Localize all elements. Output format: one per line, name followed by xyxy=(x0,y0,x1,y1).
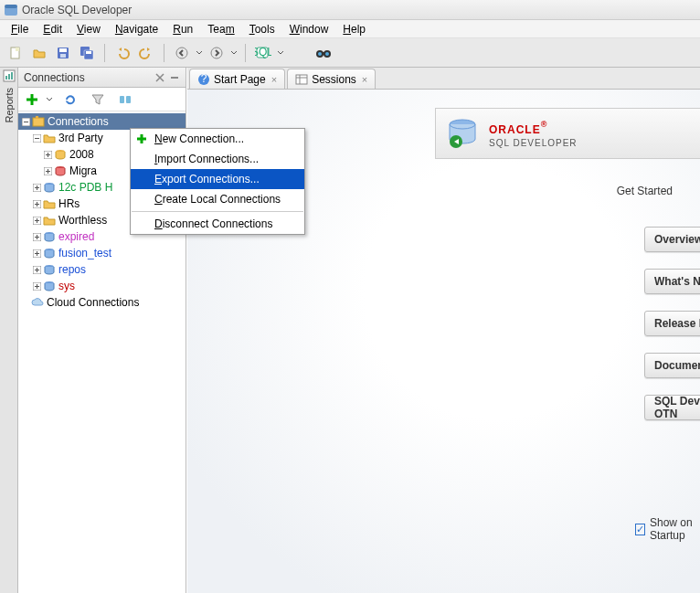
toolbar-separator xyxy=(164,44,164,62)
menu-window[interactable]: Window xyxy=(282,21,336,37)
svg-rect-3 xyxy=(16,48,19,51)
menu-file[interactable]: File xyxy=(4,21,36,37)
overview-video-button[interactable]: Overview Video xyxy=(644,227,700,252)
database-icon xyxy=(54,148,67,161)
expand-icon[interactable] xyxy=(31,264,42,275)
folder-icon xyxy=(43,214,56,227)
new-file-icon[interactable] xyxy=(5,43,26,63)
menu-team[interactable]: Team xyxy=(200,21,241,37)
svg-rect-28 xyxy=(36,116,38,119)
window-title: Oracle SQL Developer xyxy=(22,4,132,16)
svg-text:SQL: SQL xyxy=(255,46,271,58)
tab-sessions[interactable]: Sessions × xyxy=(287,69,376,89)
menu-run[interactable]: Run xyxy=(165,21,200,37)
tree-label: Cloud Connections xyxy=(47,296,139,309)
expand-icon[interactable] xyxy=(42,149,53,160)
menubar: File Edit View Navigate Run Team Tools W… xyxy=(0,20,700,38)
forward-dropdown-icon[interactable] xyxy=(230,43,238,63)
tns-icon[interactable] xyxy=(115,90,135,110)
close-icon[interactable]: × xyxy=(271,74,277,85)
whats-new-button[interactable]: What's New xyxy=(644,269,700,294)
database-icon xyxy=(43,263,56,276)
refresh-icon[interactable] xyxy=(60,90,80,110)
save-icon[interactable] xyxy=(53,43,73,63)
tree-label: 12c PDB H xyxy=(58,181,112,194)
expand-icon[interactable] xyxy=(31,198,42,209)
svg-rect-22 xyxy=(11,72,13,79)
back-icon[interactable] xyxy=(172,43,192,63)
tree-node-repos[interactable]: repos xyxy=(18,261,186,278)
show-startup-checkbox[interactable]: ✓ xyxy=(635,524,645,535)
reports-strip[interactable]: Reports xyxy=(0,68,18,593)
close-icon[interactable] xyxy=(154,72,165,83)
reports-icon xyxy=(3,69,16,82)
main-toolbar: SQL xyxy=(0,38,700,68)
tree-label: repos xyxy=(58,263,86,276)
sql-dropdown-icon[interactable] xyxy=(277,43,284,63)
ctx-create-local-connections[interactable]: Create Local Connections xyxy=(131,189,304,209)
svg-rect-48 xyxy=(296,75,307,84)
tree-node-sys[interactable]: sys xyxy=(18,278,186,294)
svg-rect-9 xyxy=(86,51,91,54)
forward-icon[interactable] xyxy=(207,43,227,63)
sql-icon[interactable]: SQL xyxy=(253,43,273,63)
svg-rect-24 xyxy=(120,96,124,103)
expand-icon[interactable] xyxy=(31,182,42,193)
tree-label: Worthless xyxy=(58,214,107,227)
ctx-disconnect-connections[interactable]: Disconnect Connections xyxy=(131,214,304,234)
ctx-export-connections[interactable]: Export Connections... xyxy=(131,169,304,189)
binoculars-icon[interactable] xyxy=(313,43,334,63)
menu-separator xyxy=(132,211,303,212)
reports-label: Reports xyxy=(4,88,15,123)
minimize-icon[interactable] xyxy=(169,72,180,83)
svg-rect-1 xyxy=(5,5,17,8)
tab-start-page[interactable]: ? Start Page × xyxy=(189,69,285,89)
redo-icon[interactable] xyxy=(136,43,156,63)
expand-icon[interactable] xyxy=(31,281,42,291)
database-icon xyxy=(43,230,56,243)
connections-toolbar xyxy=(18,88,186,111)
tree-label: Migra xyxy=(69,164,97,177)
expand-icon[interactable] xyxy=(42,165,53,176)
ctx-import-connections[interactable]: Import Connections... xyxy=(131,149,304,169)
menu-navigate[interactable]: Navigate xyxy=(108,21,165,37)
toolbar-separator xyxy=(245,44,246,62)
open-file-icon[interactable] xyxy=(29,43,49,63)
undo-icon[interactable] xyxy=(112,43,133,63)
release-notes-button[interactable]: Release Notes xyxy=(644,311,700,336)
svg-point-17 xyxy=(325,52,329,56)
close-icon[interactable]: × xyxy=(362,74,367,85)
ctx-new-connection[interactable]: New Connection... xyxy=(131,129,304,149)
expand-icon[interactable] xyxy=(31,215,42,226)
tree-label: 3rd Party xyxy=(58,132,103,144)
collapse-icon[interactable] xyxy=(31,132,42,143)
folder-icon xyxy=(43,132,56,144)
sessions-icon xyxy=(295,73,308,86)
new-connection-icon[interactable] xyxy=(22,90,42,110)
editor-tabs: ? Start Page × Sessions × xyxy=(187,68,700,90)
otn-button[interactable]: SQL Developer on OTN xyxy=(644,395,700,420)
tree-label: 2008 xyxy=(69,148,94,161)
connections-panel-header: Connections xyxy=(18,68,186,88)
menu-help[interactable]: Help xyxy=(335,21,373,37)
menu-view[interactable]: View xyxy=(69,21,108,37)
documentation-button[interactable]: Documentation xyxy=(644,353,700,378)
save-all-icon[interactable] xyxy=(77,43,97,63)
filter-icon[interactable] xyxy=(88,90,108,110)
titlebar: Oracle SQL Developer xyxy=(0,0,700,20)
new-connection-dropdown-icon[interactable] xyxy=(46,90,53,110)
app-icon xyxy=(4,3,18,17)
collapse-icon[interactable] xyxy=(20,116,31,127)
back-dropdown-icon[interactable] xyxy=(196,43,203,63)
svg-rect-27 xyxy=(33,118,44,126)
expand-icon[interactable] xyxy=(31,248,42,259)
svg-text:?: ? xyxy=(201,73,207,85)
tab-label: Start Page xyxy=(214,73,266,86)
expand-icon[interactable] xyxy=(31,231,42,242)
connections-root-icon xyxy=(32,115,45,128)
tree-node-cloud[interactable]: Cloud Connections xyxy=(18,294,186,311)
tree-node-fusion[interactable]: fusion_test xyxy=(18,245,186,261)
menu-tools[interactable]: Tools xyxy=(242,21,282,37)
brand-oracle: ORACLE® xyxy=(489,119,578,138)
menu-edit[interactable]: Edit xyxy=(36,21,69,37)
